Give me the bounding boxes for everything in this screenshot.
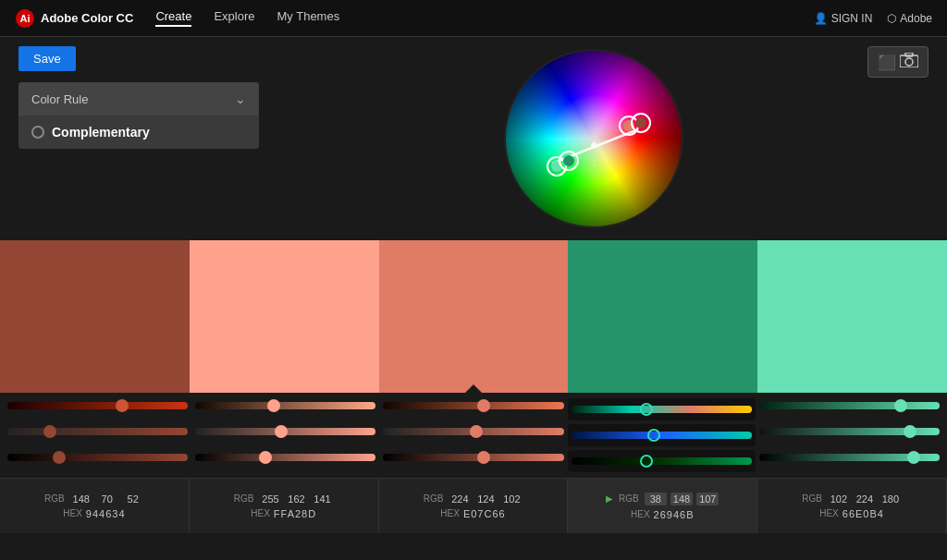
bright-slider-1[interactable] (195, 454, 375, 461)
g-val-4: 224 (854, 493, 876, 505)
sat-dot-3[interactable] (647, 429, 660, 442)
rgb-values-0: 148 70 52 (70, 493, 144, 505)
nav-right: 👤 SIGN IN ⬡ Adobe (814, 12, 932, 25)
info-top-0: RGB 148 70 52 (44, 493, 144, 505)
color-info-4[interactable]: RGB 102 224 180 HEX 66E0B4 (757, 479, 947, 533)
hex-val-3[interactable]: 26946B (654, 509, 695, 520)
hex-label-3: HEX (631, 509, 650, 519)
b-val-0: 52 (122, 493, 144, 505)
r-val-1: 255 (260, 493, 282, 505)
slider-col-3-active (568, 398, 756, 420)
adobe-icon: ⬡ (887, 12, 896, 25)
nav-create[interactable]: Create (155, 9, 191, 27)
bright-col-1 (191, 450, 379, 472)
r-val-4: 102 (828, 493, 850, 505)
sat-dot-4[interactable] (904, 425, 916, 438)
g-val-3[interactable]: 148 (670, 493, 693, 505)
hue-slider-1[interactable] (195, 402, 375, 409)
sat-dot-1[interactable] (275, 425, 288, 438)
swatch-1[interactable] (190, 240, 379, 393)
sat-dot-2[interactable] (470, 425, 483, 438)
nav-explore[interactable]: Explore (214, 9, 254, 27)
b-val-3[interactable]: 107 (696, 493, 719, 505)
r-val-3[interactable]: 38 (645, 493, 667, 505)
color-info-0[interactable]: RGB 148 70 52 HEX 944634 (0, 479, 190, 533)
slider-dot-2[interactable] (477, 399, 490, 412)
rgb-values-2: 224 124 102 (449, 493, 523, 505)
svg-point-14 (905, 58, 913, 66)
sat-sliders-row (0, 424, 947, 446)
color-info-2[interactable]: RGB 224 124 102 HEX E07C66 (379, 479, 569, 533)
bright-slider-2[interactable] (383, 454, 563, 461)
sat-slider-4[interactable] (759, 428, 940, 435)
g-val-2: 124 (474, 493, 497, 505)
slider-dot-4[interactable] (894, 399, 907, 412)
sat-slider-3[interactable] (572, 432, 752, 439)
hex-label-2: HEX (440, 508, 460, 518)
b-val-4: 180 (879, 493, 902, 505)
rgb-label-0: RGB (44, 493, 65, 504)
bright-slider-4[interactable] (759, 454, 940, 461)
sat-col-0 (4, 424, 191, 446)
bright-dot-4[interactable] (907, 451, 920, 464)
slider-dot-0[interactable] (116, 399, 129, 412)
top-section: Save Color Rule ⌄ Complementary (0, 37, 947, 240)
camera-button[interactable]: ⬛ (867, 46, 929, 78)
bright-col-0 (4, 450, 191, 472)
nav-links: Create Explore My Themes (155, 9, 813, 27)
swatch-0[interactable] (0, 240, 190, 393)
color-rule-title: Color Rule (31, 92, 88, 106)
info-top-4: RGB 102 224 180 (802, 493, 902, 505)
app-logo: Ai Adobe Color CC (15, 8, 133, 29)
active-swatch-indicator (464, 384, 483, 394)
complementary-item[interactable]: Complementary (18, 116, 259, 149)
color-rule-header[interactable]: Color Rule ⌄ (18, 82, 259, 116)
info-bar: RGB 148 70 52 HEX 944634 RGB 255 162 141 (0, 478, 947, 533)
sat-dot-0[interactable] (43, 425, 56, 438)
b-val-1: 141 (312, 493, 334, 505)
color-info-3[interactable]: ▶ RGB 38 148 107 HEX 26946B (568, 479, 757, 533)
slider-col-2 (379, 398, 567, 420)
bright-dot-2[interactable] (477, 451, 490, 464)
bright-dot-1[interactable] (259, 451, 272, 464)
sliders-area (0, 393, 947, 478)
sat-slider-2[interactable] (383, 428, 563, 435)
color-wheel[interactable] (501, 46, 686, 231)
hue-slider-3[interactable] (572, 406, 752, 413)
hue-slider-4[interactable] (759, 402, 940, 409)
rgb-values-3: 38 148 107 (645, 493, 719, 505)
swatch-4[interactable] (757, 240, 947, 393)
hex-label-4: HEX (819, 508, 839, 518)
r-val-2: 224 (449, 493, 471, 505)
slider-dot-3[interactable] (640, 403, 653, 416)
swatch-3[interactable] (568, 240, 757, 393)
rgb-label-3: RGB (619, 493, 639, 504)
top-navigation: Ai Adobe Color CC Create Explore My Them… (0, 0, 947, 37)
sat-col-4 (756, 424, 943, 446)
sat-slider-1[interactable] (195, 428, 375, 435)
svg-point-11 (635, 117, 646, 128)
slider-dot-1[interactable] (267, 399, 280, 412)
color-info-1[interactable]: RGB 255 162 141 HEX FFA28D (190, 479, 379, 533)
sign-in-button[interactable]: 👤 SIGN IN (814, 12, 873, 25)
svg-rect-15 (905, 53, 913, 56)
hex-val-4: 66E0B4 (842, 508, 884, 519)
bright-col-3-active (568, 450, 756, 472)
rgb-values-4: 102 224 180 (828, 493, 902, 505)
hue-slider-2[interactable] (383, 402, 563, 409)
hue-sliders-row (0, 398, 947, 420)
nav-my-themes[interactable]: My Themes (277, 9, 340, 27)
adobe-link[interactable]: ⬡ Adobe (887, 12, 932, 25)
bright-dot-0[interactable] (53, 451, 66, 464)
radio-complementary[interactable] (31, 126, 44, 139)
swatch-2[interactable] (379, 240, 569, 393)
save-button[interactable]: Save (18, 46, 76, 71)
main-area: Save Color Rule ⌄ Complementary (0, 37, 947, 560)
bright-dot-3[interactable] (640, 455, 653, 468)
sat-slider-0[interactable] (7, 428, 188, 435)
play-icon: ▶ (606, 493, 613, 504)
r-val-0: 148 (70, 493, 92, 505)
bright-slider-3[interactable] (572, 457, 752, 465)
bright-slider-0[interactable] (7, 454, 188, 461)
hue-slider-0[interactable] (7, 402, 188, 409)
